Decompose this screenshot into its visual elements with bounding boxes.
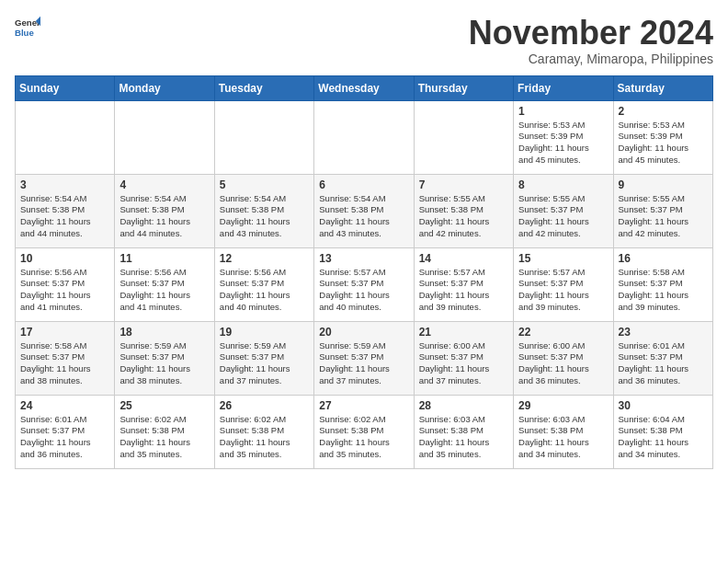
calendar-cell: 9Sunrise: 5:55 AMSunset: 5:37 PMDaylight… (613, 174, 712, 247)
day-info: Sunrise: 5:54 AMSunset: 5:38 PMDaylight:… (319, 193, 408, 240)
calendar-cell: 11Sunrise: 5:56 AMSunset: 5:37 PMDayligh… (115, 247, 214, 321)
day-info: Sunrise: 5:59 AMSunset: 5:37 PMDaylight:… (319, 340, 408, 387)
calendar-week-row: 1Sunrise: 5:53 AMSunset: 5:39 PMDaylight… (16, 100, 713, 174)
day-number: 10 (20, 252, 109, 265)
calendar-cell (314, 100, 414, 174)
weekday-header: Thursday (414, 75, 513, 100)
day-info: Sunrise: 5:57 AMSunset: 5:37 PMDaylight:… (319, 267, 408, 314)
day-info: Sunrise: 6:02 AMSunset: 5:38 PMDaylight:… (220, 414, 309, 461)
day-number: 13 (319, 252, 408, 265)
day-info: Sunrise: 6:00 AMSunset: 5:37 PMDaylight:… (419, 340, 508, 387)
weekday-header: Friday (514, 75, 613, 100)
svg-text:General: General (15, 17, 40, 28)
calendar-cell: 16Sunrise: 5:58 AMSunset: 5:37 PMDayligh… (613, 247, 712, 321)
day-number: 9 (619, 178, 708, 191)
calendar-cell: 7Sunrise: 5:55 AMSunset: 5:38 PMDaylight… (414, 174, 513, 247)
day-number: 6 (319, 178, 408, 191)
day-info: Sunrise: 5:53 AMSunset: 5:39 PMDaylight:… (518, 120, 608, 167)
calendar-week-row: 10Sunrise: 5:56 AMSunset: 5:37 PMDayligh… (16, 247, 713, 321)
day-number: 23 (619, 326, 708, 339)
title-block: November 2024 Caramay, Mimaropa, Philipp… (469, 15, 713, 66)
weekday-header: Sunday (16, 75, 115, 100)
day-info: Sunrise: 5:54 AMSunset: 5:38 PMDaylight:… (220, 193, 309, 240)
calendar-cell: 21Sunrise: 6:00 AMSunset: 5:37 PMDayligh… (414, 321, 513, 395)
day-number: 21 (419, 326, 508, 339)
day-number: 19 (220, 326, 309, 339)
calendar-cell: 1Sunrise: 5:53 AMSunset: 5:39 PMDaylight… (514, 100, 613, 174)
calendar-cell: 29Sunrise: 6:03 AMSunset: 5:38 PMDayligh… (514, 395, 613, 468)
day-info: Sunrise: 6:00 AMSunset: 5:37 PMDaylight:… (518, 340, 608, 387)
day-info: Sunrise: 5:59 AMSunset: 5:37 PMDaylight:… (220, 340, 309, 387)
day-number: 28 (419, 399, 508, 412)
day-info: Sunrise: 6:03 AMSunset: 5:38 PMDaylight:… (419, 414, 508, 461)
day-info: Sunrise: 5:56 AMSunset: 5:37 PMDaylight:… (220, 267, 309, 314)
day-number: 27 (319, 399, 408, 412)
calendar-cell: 13Sunrise: 5:57 AMSunset: 5:37 PMDayligh… (314, 247, 414, 321)
day-number: 11 (119, 252, 209, 265)
calendar-cell (414, 100, 513, 174)
location: Caramay, Mimaropa, Philippines (469, 52, 713, 66)
day-number: 15 (518, 252, 608, 265)
weekday-header: Monday (115, 75, 214, 100)
weekday-header: Tuesday (214, 75, 313, 100)
calendar-cell: 26Sunrise: 6:02 AMSunset: 5:38 PMDayligh… (214, 395, 313, 468)
day-info: Sunrise: 6:01 AMSunset: 5:37 PMDaylight:… (20, 414, 109, 461)
page-header: General Blue November 2024 Caramay, Mima… (15, 15, 713, 66)
weekday-header: Wednesday (314, 75, 414, 100)
day-info: Sunrise: 5:57 AMSunset: 5:37 PMDaylight:… (419, 267, 508, 314)
day-number: 14 (419, 252, 508, 265)
calendar-cell: 18Sunrise: 5:59 AMSunset: 5:37 PMDayligh… (115, 321, 214, 395)
calendar-cell: 30Sunrise: 6:04 AMSunset: 5:38 PMDayligh… (613, 395, 712, 468)
calendar-cell: 22Sunrise: 6:00 AMSunset: 5:37 PMDayligh… (514, 321, 613, 395)
calendar-cell: 10Sunrise: 5:56 AMSunset: 5:37 PMDayligh… (16, 247, 115, 321)
calendar-cell: 25Sunrise: 6:02 AMSunset: 5:38 PMDayligh… (115, 395, 214, 468)
calendar-week-row: 3Sunrise: 5:54 AMSunset: 5:38 PMDaylight… (16, 174, 713, 247)
calendar-table: SundayMondayTuesdayWednesdayThursdayFrid… (15, 75, 713, 469)
calendar-cell: 6Sunrise: 5:54 AMSunset: 5:38 PMDaylight… (314, 174, 414, 247)
day-number: 7 (419, 178, 508, 191)
day-number: 4 (119, 178, 209, 191)
calendar-cell: 27Sunrise: 6:02 AMSunset: 5:38 PMDayligh… (314, 395, 414, 468)
calendar-week-row: 24Sunrise: 6:01 AMSunset: 5:37 PMDayligh… (16, 395, 713, 468)
day-info: Sunrise: 5:56 AMSunset: 5:37 PMDaylight:… (20, 267, 109, 314)
logo: General Blue (15, 15, 40, 40)
day-number: 20 (319, 326, 408, 339)
logo-icon: General Blue (15, 15, 40, 40)
day-number: 24 (20, 399, 109, 412)
day-info: Sunrise: 5:53 AMSunset: 5:39 PMDaylight:… (619, 120, 708, 167)
day-number: 12 (220, 252, 309, 265)
day-info: Sunrise: 5:55 AMSunset: 5:37 PMDaylight:… (518, 193, 608, 240)
weekday-header-row: SundayMondayTuesdayWednesdayThursdayFrid… (16, 75, 713, 100)
calendar-cell: 4Sunrise: 5:54 AMSunset: 5:38 PMDaylight… (115, 174, 214, 247)
day-info: Sunrise: 5:59 AMSunset: 5:37 PMDaylight:… (119, 340, 209, 387)
day-number: 8 (518, 178, 608, 191)
day-info: Sunrise: 5:57 AMSunset: 5:37 PMDaylight:… (518, 267, 608, 314)
day-info: Sunrise: 5:54 AMSunset: 5:38 PMDaylight:… (119, 193, 209, 240)
calendar-cell: 14Sunrise: 5:57 AMSunset: 5:37 PMDayligh… (414, 247, 513, 321)
calendar-week-row: 17Sunrise: 5:58 AMSunset: 5:37 PMDayligh… (16, 321, 713, 395)
day-info: Sunrise: 6:03 AMSunset: 5:38 PMDaylight:… (518, 414, 608, 461)
day-number: 26 (220, 399, 309, 412)
day-number: 16 (619, 252, 708, 265)
calendar-cell (16, 100, 115, 174)
day-number: 22 (518, 326, 608, 339)
day-info: Sunrise: 5:56 AMSunset: 5:37 PMDaylight:… (119, 267, 209, 314)
calendar-cell: 12Sunrise: 5:56 AMSunset: 5:37 PMDayligh… (214, 247, 313, 321)
calendar-cell: 24Sunrise: 6:01 AMSunset: 5:37 PMDayligh… (16, 395, 115, 468)
day-info: Sunrise: 6:04 AMSunset: 5:38 PMDaylight:… (619, 414, 708, 461)
day-number: 17 (20, 326, 109, 339)
calendar-cell: 15Sunrise: 5:57 AMSunset: 5:37 PMDayligh… (514, 247, 613, 321)
calendar-cell: 5Sunrise: 5:54 AMSunset: 5:38 PMDaylight… (214, 174, 313, 247)
day-info: Sunrise: 6:02 AMSunset: 5:38 PMDaylight:… (319, 414, 408, 461)
day-info: Sunrise: 6:01 AMSunset: 5:37 PMDaylight:… (619, 340, 708, 387)
day-number: 25 (119, 399, 209, 412)
calendar-cell: 3Sunrise: 5:54 AMSunset: 5:38 PMDaylight… (16, 174, 115, 247)
day-number: 18 (119, 326, 209, 339)
weekday-header: Saturday (613, 75, 712, 100)
calendar-cell: 8Sunrise: 5:55 AMSunset: 5:37 PMDaylight… (514, 174, 613, 247)
calendar-cell: 2Sunrise: 5:53 AMSunset: 5:39 PMDaylight… (613, 100, 712, 174)
calendar-cell: 20Sunrise: 5:59 AMSunset: 5:37 PMDayligh… (314, 321, 414, 395)
calendar-cell: 28Sunrise: 6:03 AMSunset: 5:38 PMDayligh… (414, 395, 513, 468)
day-info: Sunrise: 5:58 AMSunset: 5:37 PMDaylight:… (20, 340, 109, 387)
calendar-cell: 23Sunrise: 6:01 AMSunset: 5:37 PMDayligh… (613, 321, 712, 395)
